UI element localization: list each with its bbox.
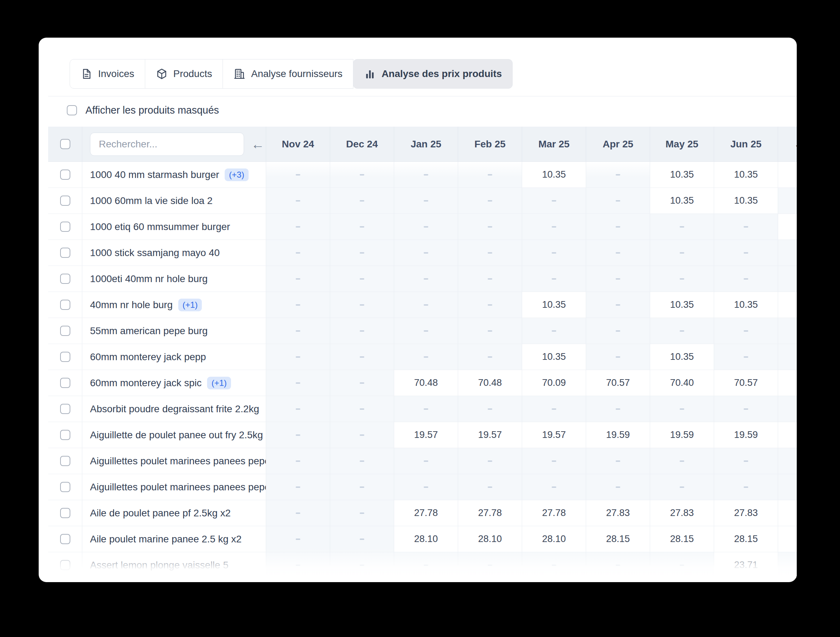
column-header-may-25: May 25 xyxy=(650,126,714,161)
table-row: 40mm nr hole burg(+1)10.3510.3510.35 xyxy=(48,292,797,318)
row-checkbox[interactable] xyxy=(60,300,70,310)
product-name: Assert lemon plonge vaisselle 5 xyxy=(90,560,229,571)
price-cell: 70.09 xyxy=(522,370,586,396)
tab-invoices[interactable]: Invoices xyxy=(69,59,145,89)
empty-price-cell xyxy=(458,292,522,318)
empty-price-cell xyxy=(330,214,394,240)
empty-value-dash xyxy=(296,564,300,566)
empty-price-cell xyxy=(266,188,330,213)
row-checkbox[interactable] xyxy=(60,560,70,570)
tab-analyse-des-prix-produits[interactable]: Analyse des prix produits xyxy=(353,59,513,89)
empty-value-dash xyxy=(296,200,300,202)
column-header-label: May 25 xyxy=(666,139,698,150)
empty-value-dash xyxy=(680,460,684,462)
product-name-cell[interactable]: Aiguillettes poulet marinees panees pepe… xyxy=(82,448,266,474)
divider xyxy=(48,96,797,96)
row-checkbox[interactable] xyxy=(60,404,70,414)
row-checkbox[interactable] xyxy=(60,273,70,284)
empty-price-cell xyxy=(330,526,394,552)
empty-value-dash xyxy=(616,460,620,462)
row-checkbox[interactable] xyxy=(60,456,70,466)
product-name-cell[interactable]: Assert lemon plonge vaisselle 5 xyxy=(82,552,266,578)
column-header-label: Feb 25 xyxy=(474,139,505,150)
tab-analyse-fournisseurs[interactable]: Analyse fournisseurs xyxy=(223,59,354,89)
product-name-cell[interactable]: 60mm monterey jack spic(+1) xyxy=(82,370,266,396)
empty-price-cell xyxy=(586,188,650,213)
product-name-cell[interactable]: Absorbit poudre degraissant frite 2.2kg xyxy=(82,396,266,422)
row-checkbox[interactable] xyxy=(60,534,70,544)
product-name-cell[interactable]: Aiguillette de poulet panee out fry 2.5k… xyxy=(82,422,266,448)
empty-price-cell xyxy=(330,396,394,422)
empty-value-dash xyxy=(680,226,684,228)
row-checkbox[interactable] xyxy=(60,352,70,362)
empty-price-cell xyxy=(586,474,650,500)
product-name-cell[interactable]: 40mm nr hole burg(+1) xyxy=(82,292,266,318)
empty-price-cell xyxy=(394,214,458,240)
row-checkbox[interactable] xyxy=(60,196,70,206)
empty-price-cell xyxy=(714,266,778,292)
empty-price-cell xyxy=(330,552,394,578)
price-value: 27.83 xyxy=(734,507,758,518)
empty-price-cell xyxy=(394,474,458,500)
tab-products[interactable]: Products xyxy=(145,59,223,89)
empty-value-dash xyxy=(360,200,364,202)
empty-value-dash xyxy=(296,383,300,384)
row-checkbox[interactable] xyxy=(60,378,70,388)
row-checkbox[interactable] xyxy=(60,482,70,492)
product-name-cell[interactable]: 60mm monterey jack pepp xyxy=(82,344,266,370)
product-name-cell[interactable]: 1000 etiq 60 mmsummer burger xyxy=(82,214,266,240)
price-value: 70.48 xyxy=(478,378,502,388)
empty-value-dash xyxy=(616,330,620,332)
empty-price-cell xyxy=(650,474,714,500)
empty-price-cell xyxy=(330,448,394,474)
show-hidden-checkbox[interactable] xyxy=(67,105,77,115)
product-name-cell[interactable]: Aile poulet marine panee 2.5 kg x2 xyxy=(82,526,266,552)
search-input[interactable] xyxy=(90,133,244,156)
package-icon xyxy=(156,68,168,80)
product-name-cell[interactable]: Aile de poulet panee pf 2.5kg x2 xyxy=(82,500,266,526)
empty-price-cell xyxy=(586,344,650,370)
product-name-cell[interactable]: Aiguillettes poulet marinees panees pepe… xyxy=(82,474,266,500)
empty-value-dash xyxy=(424,564,428,566)
tab-label: Analyse des prix produits xyxy=(382,68,502,79)
collapse-column-arrow-icon[interactable]: ← xyxy=(251,138,264,151)
column-header-label: Dec 24 xyxy=(346,139,377,150)
empty-price-cell xyxy=(458,162,522,188)
empty-price-cell xyxy=(778,266,797,292)
column-header-label: Jul 25 xyxy=(796,139,797,150)
empty-value-dash xyxy=(296,408,300,410)
empty-price-cell xyxy=(650,552,714,578)
show-hidden-products-toggle[interactable]: Afficher les produits masqués xyxy=(67,103,219,117)
empty-price-cell xyxy=(330,292,394,318)
product-name: 1000 etiq 60 mmsummer burger xyxy=(90,221,230,232)
product-name-cell[interactable]: 1000 40 mm starmash burger(+3) xyxy=(82,162,266,188)
empty-price-cell xyxy=(266,318,330,344)
table-row: 60mm monterey jack pepp10.3510.35 xyxy=(48,344,797,370)
empty-price-cell xyxy=(266,500,330,526)
row-checkbox[interactable] xyxy=(60,508,70,518)
empty-value-dash xyxy=(616,252,620,254)
empty-value-dash xyxy=(744,460,748,462)
empty-price-cell xyxy=(714,214,778,240)
empty-value-dash xyxy=(296,512,300,514)
empty-price-cell xyxy=(586,214,650,240)
product-name-cell[interactable]: 55mm american pepe burg xyxy=(82,318,266,344)
price-cell: 10.35 xyxy=(522,292,586,318)
product-name-cell[interactable]: 1000 60mm la vie side loa 2 xyxy=(82,188,266,213)
empty-value-dash xyxy=(744,408,748,410)
row-checkbox[interactable] xyxy=(60,221,70,232)
row-checkbox[interactable] xyxy=(60,248,70,258)
product-name-cell[interactable]: 1000eti 40mm nr hole burg xyxy=(82,266,266,292)
tab-label: Analyse fournisseurs xyxy=(251,68,343,79)
row-checkbox[interactable] xyxy=(60,430,70,440)
price-value: 27.78 xyxy=(478,507,502,518)
row-checkbox-cell xyxy=(48,552,82,578)
row-checkbox[interactable] xyxy=(60,169,70,180)
select-all-checkbox[interactable] xyxy=(60,139,70,149)
product-name-cell[interactable]: 1000 stick ssamjang mayo 40 xyxy=(82,240,266,266)
row-checkbox[interactable] xyxy=(60,326,70,336)
row-checkbox-cell xyxy=(48,188,82,213)
empty-value-dash xyxy=(296,487,300,488)
product-name: 55mm american pepe burg xyxy=(90,326,208,337)
price-value: 27.83 xyxy=(670,507,694,518)
